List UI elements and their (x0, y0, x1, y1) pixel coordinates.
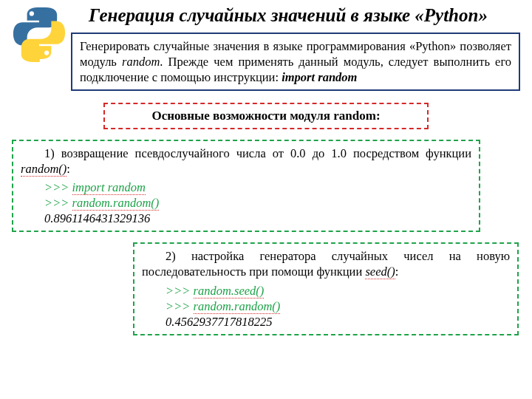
ex1-tail: : (66, 162, 70, 176)
page-title: Генерация случайных значений в языке «Py… (0, 0, 532, 30)
section-label: Основные возможности модуля random: (103, 103, 429, 129)
intro-import-stmt: import random (282, 70, 357, 84)
example-1-desc: 1) возвращение псевдослучайного числа от… (21, 146, 471, 177)
example-1-code: >>> import random >>> random.random() 0.… (21, 180, 471, 226)
code-result: 0.4562937717818225 (166, 314, 510, 330)
ex2-num: 2) (166, 249, 191, 263)
code-line: random.random() (194, 299, 281, 314)
code-line: random.random() (72, 196, 160, 211)
ex1-func: random() (21, 162, 66, 177)
example-box-1: 1) возвращение псевдослучайного числа от… (12, 140, 480, 233)
ex1-text: возвращение псевдослучайного числа от 0.… (61, 146, 471, 160)
intro-random-word: random (122, 55, 160, 69)
prompt: >>> (166, 299, 194, 313)
python-logo-icon (10, 4, 68, 62)
prompt: >>> (166, 284, 194, 298)
ex2-tail: : (395, 265, 399, 279)
ex2-func: seed() (365, 265, 395, 279)
ex1-num: 1) (44, 146, 61, 160)
example-2-desc: 2) настройка генератора случайных чисел … (142, 248, 510, 279)
intro-box: Генерировать случайные значения в языке … (71, 33, 520, 91)
svg-point-0 (30, 11, 34, 16)
example-2-code: >>> random.seed() >>> random.random() 0.… (142, 283, 510, 330)
code-result: 0.8961146431329136 (44, 211, 471, 226)
ex2-text: настройка генератора случайных чисел на … (142, 249, 510, 279)
code-line: import random (72, 180, 146, 195)
prompt: >>> (44, 180, 72, 194)
svg-point-1 (44, 50, 49, 55)
prompt: >>> (44, 196, 72, 210)
example-box-2: 2) настройка генератора случайных чисел … (133, 242, 519, 335)
code-line: random.seed() (194, 284, 265, 299)
